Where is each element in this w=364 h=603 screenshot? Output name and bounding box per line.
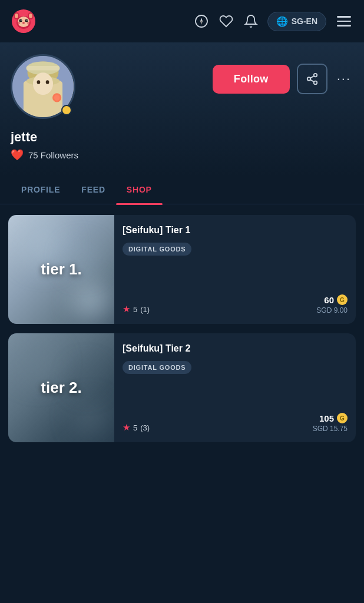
avatar-status-dot xyxy=(61,105,72,115)
coin-row-tier2: 105 G xyxy=(313,413,348,423)
star-icon-tier2: ★ xyxy=(123,422,130,433)
rating-value-tier2: 5 xyxy=(133,423,137,432)
tabs-bar: PROFILE FEED SHOP xyxy=(0,175,364,204)
sgd-price-tier1: SGD 9.00 xyxy=(316,306,348,314)
coin-icon-tier1: G xyxy=(337,294,348,305)
tab-feed[interactable]: FEED xyxy=(71,175,116,204)
shop-content: tier 1. [Seifuku] Tier 1 DIGITAL GOODS ★… xyxy=(0,204,364,453)
profile-username: jette xyxy=(11,130,353,145)
menu-hamburger[interactable] xyxy=(335,14,353,29)
coin-icon-tier2: G xyxy=(337,413,348,423)
bell-icon[interactable] xyxy=(243,13,259,29)
avatar-wrap xyxy=(11,54,75,119)
svg-point-6 xyxy=(29,14,32,18)
follow-button[interactable]: Follow xyxy=(213,65,290,94)
svg-point-10 xyxy=(27,20,28,21)
rating-value-tier1: 5 xyxy=(133,305,137,314)
app-logo[interactable] xyxy=(11,8,37,34)
heart-icon: ❤️ xyxy=(11,148,24,161)
header-nav-icons: 🌐 SG-EN xyxy=(193,12,353,31)
followers-count: 75 Followers xyxy=(28,150,78,160)
svg-point-7 xyxy=(19,19,22,22)
tab-shop[interactable]: SHOP xyxy=(116,175,163,204)
coin-amount-tier2: 105 xyxy=(319,413,334,423)
svg-line-33 xyxy=(310,76,314,78)
star-icon-tier1: ★ xyxy=(123,304,130,314)
review-count-tier1: (1) xyxy=(140,305,150,314)
svg-point-2 xyxy=(18,16,29,27)
product-thumbnail-tier2: tier 2. xyxy=(8,333,114,442)
followers-label: Followers xyxy=(41,150,78,160)
svg-rect-21 xyxy=(27,66,60,71)
svg-point-24 xyxy=(33,72,53,95)
locale-label: SG-EN xyxy=(292,16,317,26)
svg-point-8 xyxy=(25,19,28,22)
product-card-tier1[interactable]: tier 1. [Seifuku] Tier 1 DIGITAL GOODS ★… xyxy=(8,215,356,324)
product-title-tier1: [Seifuku] Tier 1 xyxy=(123,224,348,237)
product-thumbnail-tier1: tier 1. xyxy=(8,215,114,324)
tier1-label: tier 1. xyxy=(41,260,81,279)
tier2-label: tier 2. xyxy=(41,379,81,397)
coin-row-tier1: 60 G xyxy=(316,294,348,305)
svg-point-25 xyxy=(37,80,41,84)
profile-section: Follow ··· jette ❤️ 75 Followers xyxy=(0,42,364,175)
product-card-tier2[interactable]: tier 2. [Seifuku] Tier 2 DIGITAL GOODS ★… xyxy=(8,333,356,442)
price-block-tier1: 60 G SGD 9.00 xyxy=(316,294,348,314)
tab-profile[interactable]: PROFILE xyxy=(11,175,71,204)
svg-point-28 xyxy=(54,95,59,100)
followers-row: ❤️ 75 Followers xyxy=(11,148,353,161)
locale-selector[interactable]: 🌐 SG-EN xyxy=(267,12,326,31)
product-title-tier2: [Seifuku] Tier 2 xyxy=(123,343,348,355)
svg-point-12 xyxy=(16,22,20,24)
svg-point-9 xyxy=(21,20,22,21)
globe-icon: 🌐 xyxy=(276,16,288,27)
followers-number: 75 xyxy=(28,150,38,160)
share-button[interactable] xyxy=(297,64,327,94)
compass-icon[interactable] xyxy=(193,13,210,29)
profile-top-row: Follow ··· xyxy=(11,54,353,119)
svg-point-26 xyxy=(46,80,49,84)
product-bottom-tier2: ★ 5 (3) 105 G SGD 15.75 xyxy=(123,413,348,433)
review-count-tier2: (3) xyxy=(140,423,150,432)
more-options-button[interactable]: ··· xyxy=(335,69,353,89)
svg-point-13 xyxy=(27,22,31,24)
coin-amount-tier1: 60 xyxy=(324,295,334,305)
product-badge-tier2: DIGITAL GOODS xyxy=(123,361,191,374)
app-header: 🌐 SG-EN xyxy=(0,0,364,42)
svg-point-11 xyxy=(22,22,25,24)
rating-row-tier1: ★ 5 (1) xyxy=(123,304,150,314)
sgd-price-tier2: SGD 15.75 xyxy=(313,425,348,433)
product-info-tier2: [Seifuku] Tier 2 DIGITAL GOODS ★ 5 (3) 1… xyxy=(114,333,356,442)
price-block-tier2: 105 G SGD 15.75 xyxy=(313,413,348,433)
svg-line-32 xyxy=(310,79,314,82)
profile-actions: Follow ··· xyxy=(213,64,353,94)
product-info-tier1: [Seifuku] Tier 1 DIGITAL GOODS ★ 5 (1) 6… xyxy=(114,215,356,324)
product-bottom-tier1: ★ 5 (1) 60 G SGD 9.00 xyxy=(123,294,348,314)
rating-row-tier2: ★ 5 (3) xyxy=(123,422,150,433)
product-badge-tier1: DIGITAL GOODS xyxy=(123,243,191,256)
bookmark-icon[interactable] xyxy=(218,13,234,29)
svg-point-5 xyxy=(15,14,18,18)
